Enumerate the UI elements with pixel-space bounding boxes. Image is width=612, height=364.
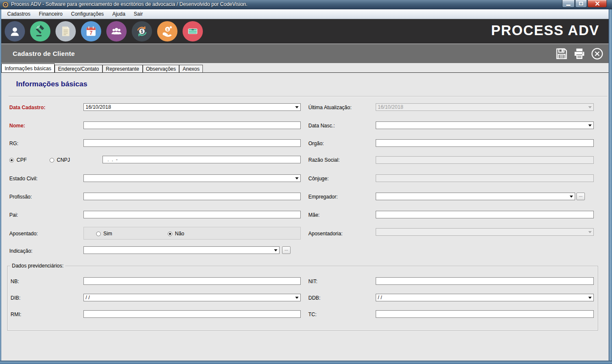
indicacao-browse-button[interactable]: ... (282, 246, 291, 254)
hand-coin-icon[interactable]: $ (157, 21, 177, 41)
aposentado-nao-radio[interactable]: Não (168, 231, 184, 237)
ultima-atualizacao-combobox: 16/10/2018 (376, 103, 594, 111)
svg-text:7: 7 (90, 30, 93, 36)
razao-social-input (376, 156, 594, 164)
save-button[interactable] (554, 47, 569, 61)
empregador-browse-button[interactable]: ... (576, 193, 585, 200)
dib-combobox[interactable]: / / (83, 294, 301, 301)
menu-item-financeiro[interactable]: Financeiro (35, 10, 67, 18)
save-icon (555, 47, 568, 61)
field-label-aposentado: Aposentado: (9, 231, 38, 237)
client-icon[interactable] (5, 21, 25, 41)
sync-dollar-icon[interactable]: $ (132, 21, 152, 41)
empregador-combobox[interactable] (376, 193, 575, 200)
data-cadastro-combobox[interactable]: 16/10/2018 (83, 103, 301, 111)
field-label-mae: Mãe: (308, 212, 320, 218)
window-controls (562, 0, 607, 8)
chevron-down-icon (588, 106, 592, 108)
field-label-rmi: RMI: (11, 312, 21, 317)
orgao-input[interactable] (376, 139, 594, 147)
mae-input[interactable] (376, 211, 594, 218)
nome-input[interactable] (83, 121, 301, 129)
rmi-input[interactable] (83, 310, 301, 318)
print-icon (573, 47, 586, 61)
groupbox-title: Dados previdenciários: (10, 263, 65, 269)
estado-civil-combobox[interactable] (83, 174, 301, 182)
field-label-indicacao: Indicação: (9, 248, 33, 254)
field-label-rg: RG: (9, 141, 18, 146)
menu-item-ajuda[interactable]: Ajuda (108, 10, 130, 18)
aposentado-panel (83, 227, 301, 240)
title-bar: Process ADV - Software para gerenciament… (0, 0, 612, 9)
radio-selected-icon (9, 158, 14, 163)
field-label-ultima-atualizacao: Última Atualização: (308, 105, 352, 110)
window-title: Process ADV - Software para gerenciament… (11, 1, 247, 7)
window-frame-left (0, 9, 1, 364)
maximize-button[interactable] (575, 0, 587, 8)
field-label-nome: Nome: (9, 123, 25, 129)
field-label-profissao: Profissão: (9, 194, 32, 200)
tab-anexos[interactable]: Anexos (179, 65, 203, 72)
nb-input[interactable] (83, 277, 301, 285)
field-label-dib: DIB: (11, 295, 20, 301)
field-label-data-cadastro: Data Cadastro: (9, 105, 45, 110)
minimize-button[interactable] (562, 0, 575, 8)
people-group-icon[interactable] (106, 21, 127, 41)
svg-text:$: $ (141, 29, 143, 34)
field-label-conjuge: Cônjuge: (308, 176, 329, 182)
menu-bar: Cadastros Financeiro Configurações Ajuda… (1, 9, 609, 19)
nit-input[interactable] (376, 277, 594, 285)
chevron-down-icon (274, 249, 277, 251)
field-label-tc: TC: (308, 312, 316, 317)
chevron-down-icon (588, 297, 592, 299)
app-icon (2, 1, 9, 8)
close-panel-button[interactable] (590, 47, 604, 61)
field-label-empregador: Empregador: (308, 194, 338, 200)
chevron-down-icon (295, 106, 299, 108)
tab-informacoes-basicas[interactable]: Informações básicas (1, 63, 55, 72)
radio-selected-icon (168, 232, 172, 236)
field-label-pai: Pai: (9, 212, 18, 218)
chevron-down-icon (588, 124, 592, 127)
panel-actions (551, 47, 604, 61)
chevron-down-icon (570, 196, 573, 198)
print-button[interactable] (572, 47, 587, 61)
profissao-input[interactable] (83, 193, 301, 200)
rg-input[interactable] (83, 139, 301, 147)
cpf-input[interactable] (102, 156, 301, 163)
section-divider (8, 96, 607, 97)
tab-endereco-contato[interactable]: Endereço/Contato (55, 65, 102, 72)
pai-input[interactable] (83, 211, 301, 218)
menu-item-cadastros[interactable]: Cadastros (3, 10, 35, 18)
chevron-down-icon (588, 231, 592, 233)
close-window-button[interactable] (587, 0, 607, 8)
tab-strip: Informações básicas Endereço/Contato Rep… (1, 63, 609, 72)
cnpj-radio[interactable]: CNPJ (50, 157, 70, 163)
indicacao-combobox[interactable] (83, 246, 280, 254)
tc-input[interactable] (376, 310, 594, 318)
app-logo: PROCESS ADV (491, 22, 600, 39)
panel-title: Cadastro de Cliente (13, 50, 75, 57)
toolbar: 7 $ $ PROCESS ADV (1, 19, 609, 44)
document-icon[interactable] (55, 21, 76, 41)
ddb-combobox[interactable]: / / (376, 294, 594, 301)
chevron-down-icon (295, 177, 299, 179)
money-stack-icon[interactable] (183, 21, 203, 41)
gavel-icon[interactable] (30, 21, 50, 41)
aposentadoria-combobox (376, 228, 594, 236)
panel-header: Cadastro de Cliente (1, 44, 609, 63)
tab-observacoes[interactable]: Observações (143, 65, 180, 72)
field-label-estado-civil: Estado Civil: (9, 176, 38, 182)
window-frame-bottom (0, 361, 612, 364)
svg-text:$: $ (166, 28, 169, 32)
menu-item-configuracoes[interactable]: Configurações (67, 10, 108, 18)
tab-representante[interactable]: Representante (102, 65, 143, 72)
field-label-nb: NB: (11, 279, 19, 284)
field-label-nit: NIT: (308, 279, 317, 284)
aposentado-sim-radio[interactable]: Sim (96, 231, 112, 237)
data-nasc-combobox[interactable] (376, 121, 594, 129)
radio-unselected-icon (96, 232, 101, 236)
menu-item-sair[interactable]: Sair (130, 10, 147, 18)
calendar-icon[interactable]: 7 (81, 21, 101, 41)
cpf-radio[interactable]: CPF (9, 157, 27, 163)
